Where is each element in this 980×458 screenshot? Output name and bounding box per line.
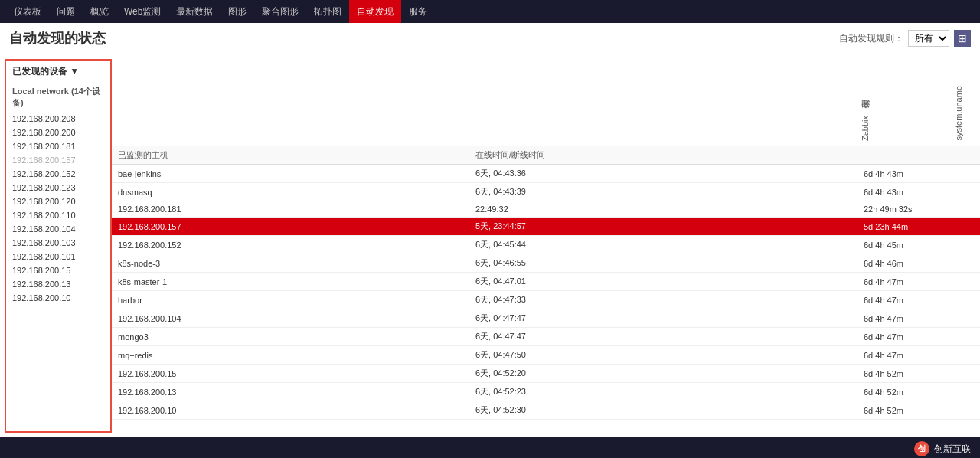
col-uptime [858, 146, 980, 165]
table-row[interactable]: 192.168.200.1046天, 04:47:476d 4h 47m [112, 309, 980, 328]
left-item[interactable]: 192.168.200.157 [6, 153, 110, 167]
filter-icon-btn[interactable]: ⊞ [954, 30, 971, 47]
nav-item-自动发现[interactable]: 自动发现 [349, 0, 401, 23]
filter-bar: 自动发现规则： 所有 ⊞ [839, 30, 971, 47]
cell-time: 6天, 04:47:47 [469, 309, 858, 328]
table-row[interactable]: dnsmasq6天, 04:43:396d 4h 43m [112, 183, 980, 201]
nav-item-问题[interactable]: 问题 [49, 0, 83, 23]
cell-time: 6天, 04:45:44 [469, 236, 858, 254]
cell-time: 22:49:32 [469, 201, 858, 218]
nav-item-服务[interactable]: 服务 [401, 0, 435, 23]
table-row[interactable]: mq+redis6天, 04:47:506d 4h 47m [112, 346, 980, 365]
cell-time: 6天, 04:47:01 [469, 273, 858, 291]
table-row[interactable]: harbor6天, 04:47:336d 4h 47m [112, 291, 980, 309]
page-header: 自动发现的状态 自动发现规则： 所有 ⊞ [0, 23, 980, 54]
left-item[interactable]: 192.168.200.13 [6, 277, 110, 291]
left-item[interactable]: 192.168.200.10 [6, 291, 110, 305]
col-host: 已监测的主机 [112, 146, 469, 165]
cell-time: 6天, 04:46:55 [469, 254, 858, 273]
cell-uptime: 6d 4h 52m [858, 365, 980, 383]
cell-host: 192.168.200.152 [112, 236, 469, 254]
left-panel-header[interactable]: 已发现的设备 ▼ [6, 61, 110, 83]
left-item[interactable]: 192.168.200.104 [6, 222, 110, 236]
top-nav: 仪表板问题概览Web监测最新数据图形聚合图形拓扑图自动发现服务 [0, 0, 980, 23]
cell-host: harbor [112, 291, 469, 309]
nav-item-最新数据[interactable]: 最新数据 [168, 0, 220, 23]
left-item[interactable]: 192.168.200.101 [6, 250, 110, 263]
cell-host: 192.168.200.13 [112, 383, 469, 401]
left-item[interactable]: 192.168.200.103 [6, 236, 110, 250]
nav-item-概览[interactable]: 概览 [83, 0, 116, 23]
cell-uptime: 6d 4h 45m [858, 236, 980, 254]
cell-time: 5天, 23:44:57 [469, 218, 858, 236]
table-row[interactable]: bae-jenkins6天, 04:43:366d 4h 43m [112, 165, 980, 183]
cell-uptime: 6d 4h 47m [858, 346, 980, 365]
brand-logo: 创 [914, 441, 929, 456]
left-item[interactable]: 192.168.200.152 [6, 167, 110, 181]
nav-item-拓扑图[interactable]: 拓扑图 [306, 0, 349, 23]
table-row[interactable]: k8s-node-36天, 04:46:556d 4h 46m [112, 254, 980, 273]
nav-item-聚合图形[interactable]: 聚合图形 [254, 0, 306, 23]
cell-uptime: 6d 4h 47m [858, 328, 980, 346]
nav-item-Web监测[interactable]: Web监测 [116, 0, 168, 23]
cell-time: 6天, 04:47:47 [469, 328, 858, 346]
table-row[interactable]: 192.168.200.106天, 04:52:306d 4h 52m [112, 401, 980, 420]
data-table: 已监测的主机 在线时间/断线时间 bae-jenkins6天, 04:43:36… [112, 146, 980, 420]
col-time: 在线时间/断线时间 [469, 146, 858, 165]
cell-host: mq+redis [112, 346, 469, 365]
vertical-header-system: system.uname [952, 84, 965, 142]
left-item[interactable]: 192.168.200.200 [6, 126, 110, 139]
cell-host: 192.168.200.15 [112, 365, 469, 383]
cell-uptime: 6d 4h 47m [858, 273, 980, 291]
cell-uptime: 6d 4h 47m [858, 291, 980, 309]
table-row[interactable]: 192.168.200.1575天, 23:44:575d 23h 44m [112, 218, 980, 236]
nav-item-图形[interactable]: 图形 [220, 0, 254, 23]
left-item[interactable]: 192.168.200.123 [6, 181, 110, 195]
cell-time: 6天, 04:47:33 [469, 291, 858, 309]
cell-host: 192.168.200.157 [112, 218, 469, 236]
cell-time: 6天, 04:43:36 [469, 165, 858, 183]
vertical-header-area: Zabbix客户端 system.uname [112, 54, 980, 146]
cell-time: 6天, 04:43:39 [469, 183, 858, 201]
table-row[interactable]: k8s-master-16天, 04:47:016d 4h 47m [112, 273, 980, 291]
cell-time: 6天, 04:52:30 [469, 401, 858, 420]
cell-uptime: 6d 4h 46m [858, 254, 980, 273]
left-item[interactable]: 192.168.200.110 [6, 208, 110, 222]
cell-host: bae-jenkins [112, 165, 469, 183]
cell-uptime: 22h 49m 32s [858, 201, 980, 218]
left-item[interactable]: 192.168.200.181 [6, 139, 110, 153]
cell-time: 6天, 04:47:50 [469, 346, 858, 365]
footer: 创 创新互联 [0, 437, 980, 458]
filter-label: 自动发现规则： [839, 32, 903, 45]
cell-uptime: 6d 4h 52m [858, 383, 980, 401]
cell-host: 192.168.200.104 [112, 309, 469, 328]
left-item[interactable]: 192.168.200.208 [6, 112, 110, 126]
main-content: 已发现的设备 ▼ Local network (14个设备) 192.168.2… [0, 54, 980, 437]
cell-time: 6天, 04:52:20 [469, 365, 858, 383]
cell-time: 6天, 04:52:23 [469, 383, 858, 401]
cell-host: 192.168.200.10 [112, 401, 469, 420]
cell-host: 192.168.200.181 [112, 201, 469, 218]
left-item[interactable]: 192.168.200.15 [6, 263, 110, 277]
vertical-header-zabbix: Zabbix客户端 [858, 114, 873, 142]
cell-host: mongo3 [112, 328, 469, 346]
cell-uptime: 6d 4h 43m [858, 165, 980, 183]
table-body: bae-jenkins6天, 04:43:366d 4h 43mdnsmasq6… [112, 165, 980, 420]
table-row[interactable]: 192.168.200.136天, 04:52:236d 4h 52m [112, 383, 980, 401]
page-title: 自动发现的状态 [9, 29, 106, 47]
filter-select[interactable]: 所有 [908, 30, 949, 47]
table-row[interactable]: 192.168.200.1526天, 04:45:446d 4h 45m [112, 236, 980, 254]
cell-uptime: 6d 4h 47m [858, 309, 980, 328]
table-row[interactable]: mongo36天, 04:47:476d 4h 47m [112, 328, 980, 346]
group-label: Local network (14个设备) [6, 83, 110, 112]
table-row[interactable]: 192.168.200.156天, 04:52:206d 4h 52m [112, 365, 980, 383]
cell-host: k8s-node-3 [112, 254, 469, 273]
cell-uptime: 5d 23h 44m [858, 218, 980, 236]
footer-brand: 创 创新互联 [914, 441, 971, 456]
right-content[interactable]: Zabbix客户端 system.uname 已监测的主机 在线时间/断线时间 … [112, 54, 980, 437]
left-item[interactable]: 192.168.200.120 [6, 195, 110, 208]
nav-item-仪表板[interactable]: 仪表板 [6, 0, 49, 23]
cell-uptime: 6d 4h 43m [858, 183, 980, 201]
brand-text: 创新互联 [934, 443, 971, 456]
table-row[interactable]: 192.168.200.18122:49:3222h 49m 32s [112, 201, 980, 218]
